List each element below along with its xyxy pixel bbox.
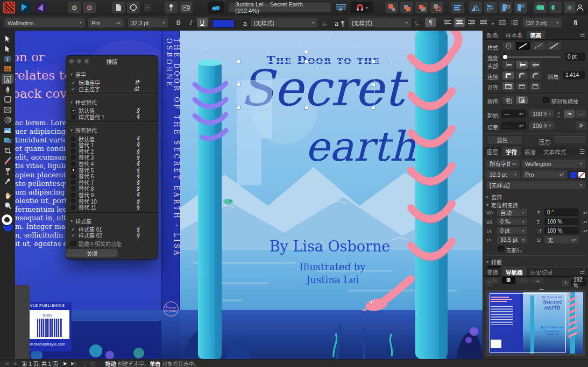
miter-join-button[interactable] (502, 71, 514, 80)
properties-button[interactable]: 属性... (487, 136, 522, 144)
char-font-variant-select[interactable]: Pro▴▾ (522, 170, 567, 178)
zoom-tool[interactable] (2, 200, 13, 210)
start-arrow-select[interactable]: —▴▾ (501, 110, 526, 118)
tab-layers[interactable]: 图层 (483, 147, 502, 156)
typography-dialog-titlebar[interactable]: 排版 (66, 56, 158, 67)
font-size-select[interactable]: 32.3 pt▾ (128, 18, 168, 27)
panel-menu-icon[interactable]: ☰ (576, 268, 588, 276)
ellipse-doc-icon[interactable] (127, 2, 140, 13)
tab-stroke[interactable]: 笔画 (527, 31, 546, 39)
first-page-icon[interactable]: |◀ (4, 361, 9, 366)
rotation-handle[interactable] (304, 50, 308, 53)
table-tool[interactable] (2, 64, 13, 74)
cover-illustration-credit[interactable]: Illustrated by Justina Lei (268, 261, 397, 286)
char-style-reset-icon[interactable]: a̶ (322, 20, 325, 27)
all-alternates-header[interactable]: ▾所有替代 (66, 124, 158, 135)
selection-handle-n[interactable] (304, 60, 308, 63)
scale-with-object-checkbox[interactable] (543, 97, 549, 103)
end-arrow-select[interactable]: —▴▾ (501, 121, 526, 129)
bullet-list-button[interactable] (497, 18, 508, 27)
ligature-option[interactable]: 自主连字ﬆ (66, 86, 158, 92)
designer-app-icon[interactable] (19, 2, 31, 13)
show-special-chars-button[interactable]: ¶ (425, 18, 436, 27)
gear-icon[interactable]: ⚙ (68, 2, 81, 13)
v-scale-field[interactable]: 100 % (544, 227, 579, 234)
tab-character[interactable]: 字符 (502, 147, 521, 156)
tab-paragraph[interactable]: 段落 (521, 147, 540, 156)
place-image-tool[interactable] (2, 125, 13, 135)
pin-icon[interactable] (165, 2, 178, 13)
selection-handle-ne[interactable] (372, 60, 376, 63)
paragraph-style-select[interactable]: [无样式]▾ (349, 18, 411, 27)
hardware-acceleration-icon[interactable] (208, 2, 224, 13)
boolean-subtract-icon[interactable] (549, 2, 562, 13)
tab-history[interactable]: 历史记录 (527, 268, 557, 276)
underline-button[interactable]: U (197, 18, 208, 27)
account-icon[interactable] (573, 2, 586, 13)
align-more-chevron[interactable]: ▾ (492, 21, 494, 26)
bold-button[interactable]: B (173, 18, 184, 27)
char-font-family-select[interactable]: Wallington▾ (522, 160, 585, 168)
selection-bounding-box[interactable] (238, 61, 375, 109)
tracking-field[interactable]: 0 ‰▾ (497, 218, 527, 225)
panel-menu-icon[interactable]: ☰ (576, 31, 588, 39)
pressure-graph[interactable] (554, 136, 585, 143)
no-break-checkbox[interactable] (498, 246, 504, 251)
tab-transform[interactable]: 变换 (483, 268, 502, 276)
text-frame-setup-icon[interactable]: A (335, 2, 348, 13)
width-slider-track[interactable] (505, 56, 561, 58)
view-tool[interactable] (2, 190, 13, 200)
tab-navigator[interactable]: 导航器 (502, 268, 527, 276)
typography-section-header[interactable]: ▾排版 (486, 258, 502, 266)
font-variant-select[interactable]: Pro▴▾ (88, 18, 124, 27)
kerning-field[interactable]: 自动▾ (497, 208, 527, 216)
close-button[interactable]: 关闭 (66, 249, 118, 257)
stroke-color-well[interactable] (2, 214, 12, 225)
stroke-style-none-button[interactable] (502, 42, 514, 50)
style-sets-header[interactable]: ▾样式集 (66, 215, 158, 226)
zoom-out-button[interactable]: − (486, 279, 493, 286)
miter-value-field[interactable]: 1.414 (563, 71, 585, 79)
previous-page-icon[interactable]: ◀ (13, 361, 16, 366)
zoom-value-field[interactable]: 192 % (571, 279, 587, 286)
tab-text-styles[interactable]: 文本样式 (540, 147, 570, 156)
shape-tool[interactable] (2, 95, 13, 104)
boolean-add-icon[interactable] (534, 2, 547, 13)
char-text-style-select[interactable]: [无样式]▾ (486, 181, 585, 189)
font-collection-select[interactable]: 所有字体▴▾ (486, 160, 520, 168)
last-page-icon[interactable]: ▶| (71, 361, 75, 366)
style-alternates-header[interactable]: ▾样式替代 (66, 96, 158, 107)
pin-board-icon[interactable] (180, 2, 193, 13)
width-slider-handle[interactable] (503, 55, 507, 59)
hide-unrelated-option[interactable]: 隐藏不相关的功能 (66, 241, 158, 247)
butt-cap-button[interactable] (502, 61, 514, 69)
zoom-in-button[interactable]: + (562, 279, 569, 286)
artistic-text-tool[interactable]: A (2, 74, 13, 84)
style-set-option[interactable]: 样式集 02§ (66, 232, 158, 239)
gradient-tool[interactable] (2, 135, 13, 145)
flip-vertical-icon[interactable] (484, 2, 497, 13)
bevel-join-button[interactable] (529, 71, 541, 80)
fill-stroke-selector[interactable] (1, 213, 15, 236)
leading-select[interactable]: [32.3 pt]▾ (523, 18, 562, 27)
next-page-icon[interactable]: ▶ (63, 361, 67, 366)
stroke-style-dash-button[interactable] (532, 42, 546, 50)
spine-title[interactable]: THE DOOR OF THE SECRET EARTH · LISA OSBO… (161, 38, 180, 307)
gear-accent-icon[interactable]: ⚙ (83, 2, 96, 13)
picture-frame-rect-tool[interactable] (2, 105, 13, 114)
stroke-behind-button[interactable] (502, 96, 514, 104)
link-icon[interactable]: oo (557, 111, 559, 119)
align-right-button[interactable] (466, 18, 477, 27)
leading-override-field[interactable]: 33.5 pt▾ (497, 236, 527, 243)
char-font-size-select[interactable]: 32.3 pt▾ (486, 170, 520, 178)
align-justify-button[interactable] (478, 18, 488, 27)
stroke-style-solid-button[interactable] (516, 42, 530, 50)
h-scale-field[interactable]: 100 % (544, 218, 579, 225)
cover-title-earth[interactable]: earth (269, 126, 452, 167)
language-field[interactable]: 无▴▾ (544, 236, 579, 243)
move-tool[interactable] (2, 33, 13, 43)
italic-button[interactable]: I (185, 18, 196, 27)
move-to-back-icon[interactable] (430, 2, 443, 13)
width-value-field[interactable]: 0 pt (565, 53, 585, 61)
char-stroke-swatch[interactable] (578, 171, 586, 178)
